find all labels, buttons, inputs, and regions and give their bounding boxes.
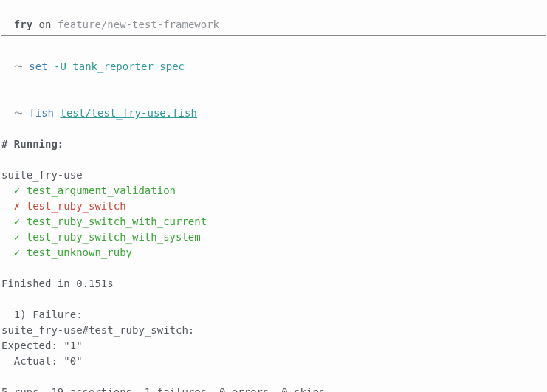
git-branch: feature/new-test-framework [58, 18, 219, 30]
test-name: test_argument_validation [20, 185, 176, 196]
failure-location: suite_fry-use#test_ruby_switch: [1, 323, 546, 338]
blank-line [1, 369, 546, 385]
command-line-1: ⤳ set -U tank_reporter spec [1, 44, 546, 75]
test-results-list: ✓ test_argument_validation✗ test_ruby_sw… [1, 183, 546, 261]
failure-header: 1) Failure: [1, 307, 546, 323]
test-result-item: ✓ test_unknown_ruby [1, 245, 546, 261]
blank-line [1, 152, 546, 168]
summary-line: 5 runs, 19 assertions, 1 failures, 0 err… [1, 385, 546, 392]
command-line-2: ⤳ fish test/test_fry-use.fish [1, 90, 546, 121]
blank-line [1, 121, 546, 137]
running-header: # Running: [1, 137, 546, 152]
test-name: test_ruby_switch_with_system [20, 231, 200, 243]
test-result-item: ✓ test_ruby_switch_with_system [1, 230, 546, 245]
test-name: test_ruby_switch [20, 200, 125, 212]
command-name: fish [29, 107, 54, 119]
prompt-arrow-icon: ⤳ [14, 107, 23, 119]
suite-name: suite_fry-use [1, 168, 546, 183]
divider [1, 35, 546, 36]
failure-expected: Expected: "1" [1, 338, 546, 354]
failure-actual: Actual: "0" [1, 354, 546, 369]
test-name: test_unknown_ruby [20, 247, 132, 258]
finished-timing: Finished in 0.151s [1, 276, 546, 292]
blank-line [1, 261, 546, 276]
blank-line [1, 75, 546, 90]
prompt-on: on [39, 18, 52, 30]
prompt-arrow-icon: ⤳ [14, 61, 23, 72]
test-result-item: ✓ test_argument_validation [1, 183, 546, 199]
blank-line [1, 292, 546, 307]
command-name: set [29, 61, 47, 72]
test-result-item: ✗ test_ruby_switch [1, 199, 546, 214]
command-args: -U tank_reporter spec [54, 61, 185, 72]
prompt-user: fry [14, 18, 32, 30]
shell-prompt-header: fry on feature/new-test-framework [1, 1, 546, 32]
test-result-item: ✓ test_ruby_switch_with_current [1, 214, 546, 230]
command-path-arg: test/test_fry-use.fish [60, 107, 196, 119]
test-name: test_ruby_switch_with_current [20, 216, 207, 227]
